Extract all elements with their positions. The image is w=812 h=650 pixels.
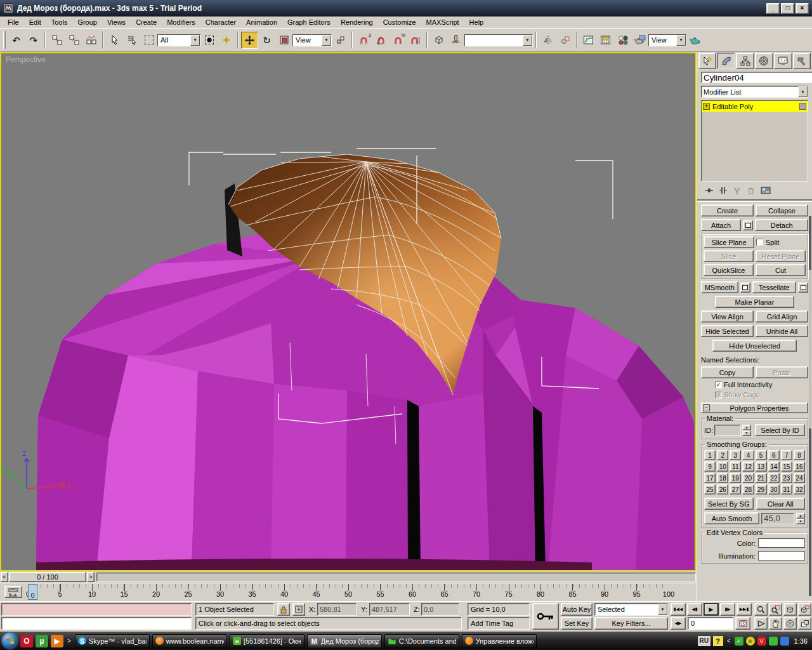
panel-scrollbar-thumb[interactable] <box>809 270 811 428</box>
green-tray-icon[interactable] <box>769 637 778 646</box>
zoom-button[interactable] <box>754 603 768 616</box>
render-type-dropdown[interactable]: View ▼ <box>648 34 686 46</box>
unhide-all-button[interactable]: Unhide All <box>756 325 808 337</box>
sg-button[interactable]: 30 <box>768 484 780 494</box>
tab-motion[interactable] <box>755 53 773 69</box>
object-name-field[interactable] <box>701 72 812 83</box>
make-planar-button[interactable]: Make Planar <box>715 296 794 308</box>
slice-plane-button[interactable]: Slice Plane <box>704 236 754 248</box>
view-align-button[interactable]: View Align <box>701 310 754 322</box>
select-and-move-button[interactable] <box>241 32 258 49</box>
collapse-button[interactable]: Collapse <box>756 204 808 216</box>
paste-button[interactable]: Paste <box>756 366 808 378</box>
previous-frame-button[interactable]: ◀▮ <box>687 603 702 616</box>
viewport-canvas[interactable]: z x y <box>1 53 695 570</box>
tab-utilities[interactable] <box>793 53 811 69</box>
sg-button[interactable]: 8 <box>794 450 805 460</box>
select-and-scale-button[interactable] <box>275 32 292 49</box>
y-coordinate-field[interactable]: 487,517 <box>369 603 410 616</box>
auto-smooth-button[interactable]: Auto Smooth <box>704 512 759 524</box>
set-key-button[interactable]: Set Key <box>561 617 593 630</box>
chevron-down-icon[interactable]: ▼ <box>798 86 808 97</box>
attach-button[interactable]: Attach <box>701 219 741 231</box>
menu-help[interactable]: Help <box>464 18 489 27</box>
angle-snap-button[interactable] <box>372 32 390 49</box>
sg-button[interactable]: 7 <box>781 450 792 460</box>
redo-button[interactable]: ↷ <box>25 32 42 49</box>
chevron-down-icon[interactable]: ▼ <box>658 604 667 615</box>
select-and-link-button[interactable] <box>48 32 65 49</box>
modifier-stack[interactable]: + Editable Poly <box>701 100 808 182</box>
named-selection-abc-button[interactable]: {}ABC <box>447 32 464 49</box>
copy-button[interactable]: Copy <box>701 366 754 378</box>
sg-button[interactable]: 27 <box>730 484 741 494</box>
menu-customize[interactable]: Customize <box>378 18 421 27</box>
title-bar[interactable]: Дед Мороз (борода).max - 3ds max 5 - Tri… <box>0 0 812 17</box>
named-selection-dropdown[interactable]: ▼ <box>464 34 533 46</box>
menu-views[interactable]: Views <box>102 18 131 27</box>
tessellate-settings-button[interactable] <box>798 282 808 293</box>
time-configuration-button[interactable] <box>735 617 750 630</box>
make-unique-icon[interactable] <box>733 186 742 195</box>
select-and-rotate-button[interactable]: ↻ <box>258 32 275 49</box>
messenger-tray-icon[interactable] <box>780 637 789 646</box>
play-button[interactable]: ▶ <box>704 603 719 616</box>
time-slider-track[interactable] <box>96 573 696 581</box>
tab-modify[interactable] <box>717 53 735 69</box>
menu-character[interactable]: Character <box>200 18 241 27</box>
absolute-offset-toggle-button[interactable] <box>292 603 305 616</box>
schematic-view-button[interactable] <box>597 32 614 49</box>
use-pivot-point-center-button[interactable] <box>332 32 349 49</box>
sg-button[interactable]: 22 <box>768 473 780 483</box>
rectangular-selection-region-button[interactable] <box>140 32 157 49</box>
grid-align-button[interactable]: Grid Align <box>756 310 808 322</box>
select-by-name-button[interactable] <box>123 32 140 49</box>
menu-file[interactable]: File <box>3 18 24 27</box>
sg-button[interactable]: 10 <box>717 461 728 472</box>
icq-flower-tray-icon[interactable]: ❀ <box>746 637 755 646</box>
quicklaunch-expand-icon[interactable]: > <box>66 637 72 644</box>
menu-animation[interactable]: Animation <box>241 18 282 27</box>
chevron-down-icon[interactable]: ▼ <box>676 35 686 46</box>
select-by-sg-button[interactable]: Select By SG <box>704 498 754 510</box>
snap-toggle-button[interactable]: 3 <box>355 32 372 49</box>
sg-button[interactable]: 6 <box>768 450 780 460</box>
set-keys-button[interactable] <box>532 603 559 630</box>
spinner-snap-button[interactable] <box>407 32 424 49</box>
select-and-manipulate-button[interactable] <box>218 32 235 49</box>
maximize-button[interactable]: □ <box>781 3 794 14</box>
spinner-up-icon[interactable]: ▲ <box>796 513 805 519</box>
auto-smooth-threshold-field[interactable] <box>761 513 794 524</box>
vertex-color-swatch[interactable] <box>758 538 805 548</box>
tab-create[interactable] <box>698 53 717 69</box>
quicklaunch-media-player-icon[interactable]: ▶ <box>51 635 63 647</box>
sg-button[interactable]: 14 <box>768 461 780 472</box>
hide-selected-button[interactable]: Hide Selected <box>701 325 754 337</box>
taskbar-button-firefox-2[interactable]: Управление вложе... <box>462 634 537 648</box>
select-by-id-button[interactable]: Select By ID <box>755 424 805 436</box>
spinner-up-icon[interactable]: ▲ <box>742 425 751 430</box>
auto-smooth-spinner[interactable]: ▲ ▼ <box>796 513 805 524</box>
minimize-button[interactable]: _ <box>766 3 780 14</box>
key-mode-toggle-button[interactable]: ◀▶ <box>671 617 686 630</box>
window-crossing-toggle-button[interactable] <box>200 32 218 49</box>
render-scene-button[interactable] <box>631 32 648 49</box>
sg-button[interactable]: 12 <box>742 461 754 472</box>
sg-button[interactable]: 26 <box>717 484 728 494</box>
sg-button[interactable]: 23 <box>781 473 792 483</box>
menu-rendering[interactable]: Rendering <box>336 18 378 27</box>
open-mini-curve-editor-button[interactable] <box>4 586 22 598</box>
show-end-result-icon[interactable] <box>719 186 728 195</box>
undo-button[interactable]: ↶ <box>8 32 25 49</box>
go-to-end-button[interactable]: ▶▶▮ <box>737 603 752 616</box>
sg-button[interactable]: 11 <box>730 461 741 472</box>
sg-button[interactable]: 19 <box>730 473 741 483</box>
next-frame-button[interactable]: ▮▶ <box>720 603 735 616</box>
cut-button[interactable]: Cut <box>756 264 806 276</box>
named-selection-sets-button[interactable] <box>430 32 447 49</box>
close-button[interactable]: × <box>796 3 809 14</box>
detach-button[interactable]: Detach <box>755 219 808 231</box>
go-to-start-button[interactable]: ▮◀◀ <box>671 603 686 616</box>
msmooth-button[interactable]: MSmooth <box>701 281 738 293</box>
chevron-down-icon[interactable]: ▼ <box>190 35 200 46</box>
